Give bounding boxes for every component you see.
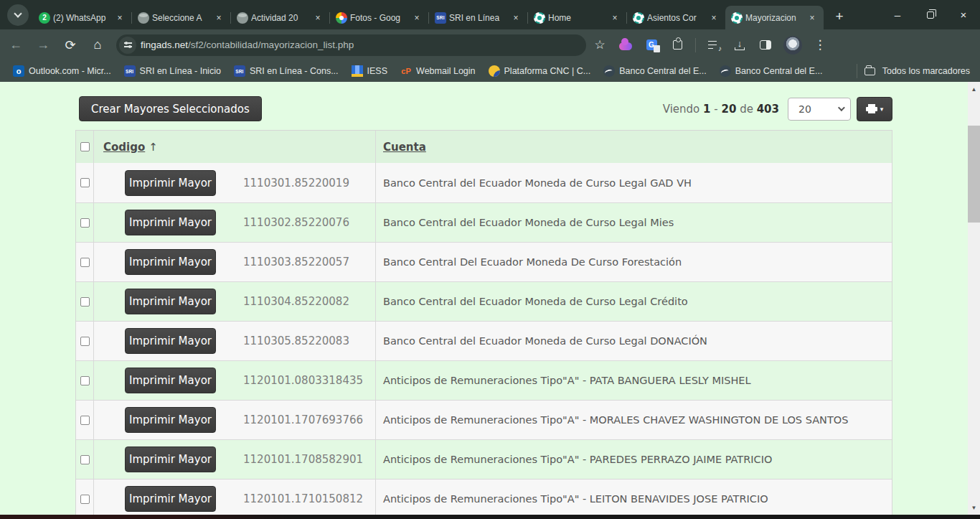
row-checkbox[interactable] <box>80 258 90 267</box>
tab-close-icon[interactable]: × <box>708 12 720 24</box>
tab-close-icon[interactable]: × <box>510 12 522 24</box>
tab-6[interactable]: Home× <box>528 6 626 29</box>
tab-close-icon[interactable]: × <box>312 12 324 24</box>
tab-1[interactable]: 2(2) WhatsApp× <box>33 6 131 29</box>
all-bookmarks-label[interactable]: Todos los marcadores <box>882 66 970 76</box>
side-panel-icon[interactable] <box>758 37 773 53</box>
vertical-scrollbar[interactable]: ▲ ▼ <box>968 82 980 515</box>
bookmark-star-icon[interactable]: ☆ <box>592 37 608 53</box>
bookmark-item-1[interactable]: oOutlook.com - Micr... <box>13 65 111 77</box>
url-path: /sf2/contabilidad/mayorizacion_list.php <box>188 39 354 50</box>
bookmark-item-7[interactable]: Banco Central del E... <box>603 65 707 77</box>
imprimir-mayor-button[interactable]: Imprimir Mayor <box>125 249 216 275</box>
print-button[interactable]: ▾ <box>857 97 892 121</box>
tab-close-icon[interactable]: × <box>411 12 423 24</box>
sri-icon: SRI <box>124 65 136 77</box>
profile-avatar[interactable] <box>783 36 802 55</box>
bookmark-item-3[interactable]: SRISRI en Línea - Cons... <box>234 65 339 77</box>
codigo-value: 1110303.85220057 <box>243 256 349 268</box>
forward-button[interactable]: → <box>32 34 55 57</box>
scroll-down-arrow[interactable]: ▼ <box>968 502 980 513</box>
tab-title: Actividad 20 <box>251 13 309 23</box>
tab-active-8[interactable]: Mayorizacion× <box>725 6 824 29</box>
imprimir-mayor-button[interactable]: Imprimir Mayor <box>125 289 216 314</box>
row-checkbox[interactable] <box>80 455 90 464</box>
imprimir-mayor-button[interactable]: Imprimir Mayor <box>125 170 216 196</box>
scrollbar-thumb[interactable] <box>968 126 980 223</box>
tab-close-icon[interactable]: × <box>213 12 225 24</box>
row-checkbox[interactable] <box>80 376 90 385</box>
tab-close-icon[interactable]: × <box>806 12 818 24</box>
codigo-cell: Imprimir Mayor1110302.85220076 <box>94 203 376 242</box>
row-checkbox[interactable] <box>80 337 90 346</box>
codigo-value: 1120101.1707693766 <box>243 413 363 426</box>
bookmark-label: SRI en Línea - Cons... <box>250 66 339 76</box>
imprimir-mayor-button[interactable]: Imprimir Mayor <box>125 368 216 393</box>
tab-5[interactable]: SRISRI en Línea× <box>429 6 527 29</box>
maximize-button[interactable] <box>914 0 947 29</box>
close-window-button[interactable]: × <box>947 0 980 29</box>
home-button[interactable]: ⌂ <box>86 34 109 57</box>
reload-button[interactable]: ⟳ <box>59 34 82 57</box>
fingads-icon <box>534 12 545 24</box>
downloads-icon[interactable]: ↓ <box>732 37 748 53</box>
cuenta-column-header[interactable]: Cuenta <box>383 141 426 154</box>
bookmark-item-6[interactable]: Plataforma CNC | C... <box>489 65 591 77</box>
row-checkbox-cell <box>76 440 94 479</box>
cuenta-value: Anticipos de Remuneraciones Tipo"A" - MO… <box>383 414 848 426</box>
tab-close-icon[interactable]: × <box>609 12 621 24</box>
page-content: Crear Mayores Seleccionados Viendo 1 - 2… <box>0 82 968 515</box>
imprimir-mayor-button[interactable]: Imprimir Mayor <box>125 486 216 512</box>
imprimir-mayor-button[interactable]: Imprimir Mayor <box>125 407 216 433</box>
tab-title: Fotos - Goog <box>350 13 408 23</box>
row-checkbox[interactable] <box>80 218 90 228</box>
tab-title: (2) WhatsApp <box>53 13 111 23</box>
select-all-checkbox[interactable] <box>80 142 90 151</box>
extensions-puzzle-icon[interactable] <box>669 37 685 53</box>
row-checkbox-cell <box>76 243 94 281</box>
bookmark-label: Webmail Login <box>416 66 475 76</box>
tab-2[interactable]: Seleccione A× <box>132 6 230 29</box>
scroll-up-arrow[interactable]: ▲ <box>968 83 980 95</box>
imprimir-mayor-button[interactable]: Imprimir Mayor <box>125 328 216 354</box>
tab-3[interactable]: Actividad 20× <box>231 6 329 29</box>
minimize-button[interactable]: – <box>881 0 914 29</box>
bookmark-item-8[interactable]: Banco Central del E... <box>720 65 823 77</box>
new-tab-button[interactable]: + <box>829 6 849 27</box>
media-controls-icon[interactable]: ♪ <box>706 37 722 53</box>
site-info-icon[interactable] <box>119 37 136 54</box>
cloud-extension-icon[interactable] <box>618 37 633 53</box>
translate-icon[interactable]: G <box>644 37 659 53</box>
create-mayores-button[interactable]: Crear Mayores Seleccionados <box>79 96 262 121</box>
browser-toolbar: ← → ⟳ ⌂ fingads.net/sf2/contabilidad/may… <box>0 29 980 60</box>
row-checkbox[interactable] <box>80 178 90 187</box>
row-checkbox[interactable] <box>80 416 90 425</box>
bookmark-item-2[interactable]: SRISRI en Línea - Inicio <box>124 65 221 77</box>
page-size-select[interactable]: 20 <box>788 98 851 121</box>
bookmark-item-4[interactable]: IESS <box>352 65 388 77</box>
tab-search-button[interactable] <box>7 4 29 26</box>
cuenta-cell: Banco Central del Ecuador Moneda de Curs… <box>376 203 892 242</box>
imprimir-mayor-button[interactable]: Imprimir Mayor <box>125 446 216 472</box>
cuenta-value: Anticipos de Remuneraciones Tipo"A" - PA… <box>383 454 772 465</box>
bookmark-item-5[interactable]: cPWebmail Login <box>400 65 475 77</box>
table-row: Imprimir Mayor1120101.1710150812Anticipo… <box>76 479 892 515</box>
tab-7[interactable]: Asientos Cor× <box>627 6 725 29</box>
tab-4[interactable]: Fotos - Goog× <box>330 6 428 29</box>
back-button[interactable]: ← <box>4 34 27 57</box>
bookmark-label: IESS <box>367 66 388 76</box>
row-checkbox[interactable] <box>80 495 90 504</box>
codigo-cell: Imprimir Mayor1120101.1710150812 <box>94 480 376 515</box>
imprimir-mayor-button[interactable]: Imprimir Mayor <box>125 210 216 235</box>
codigo-value: 1110305.85220083 <box>243 335 349 347</box>
address-bar[interactable]: fingads.net/sf2/contabilidad/mayorizacio… <box>116 34 586 56</box>
browser-tab-strip: 2(2) WhatsApp×Seleccione A×Actividad 20×… <box>0 0 980 29</box>
bookmarks-right: Todos los marcadores <box>857 64 970 78</box>
row-checkbox[interactable] <box>80 297 90 307</box>
tab-close-icon[interactable]: × <box>114 12 126 24</box>
cuenta-value: Banco Central del Ecuador Moneda de Curs… <box>383 177 692 189</box>
codigo-cell: Imprimir Mayor1110305.85220083 <box>94 322 376 360</box>
menu-kebab-icon[interactable]: ⋮ <box>812 37 828 53</box>
tab-title: Asientos Cor <box>647 13 705 23</box>
codigo-column-header[interactable]: Codigo <box>103 141 145 154</box>
